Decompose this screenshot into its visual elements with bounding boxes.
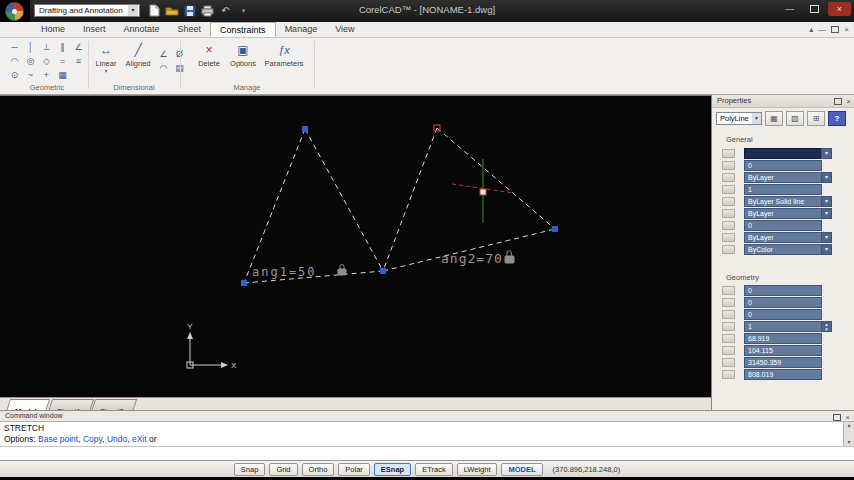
drawing-viewport[interactable]: ang1=50 ang2=70 Y X [0,96,711,398]
corelcad-logo-icon[interactable] [5,2,24,21]
smooth-constraint-icon[interactable]: ~ [23,69,38,82]
property-value[interactable]: 0 [744,220,822,231]
concentric-constraint-icon[interactable]: ◎ [23,55,38,68]
tab-constraints[interactable]: Constraints [210,22,276,37]
angular-dimension-icon[interactable]: ∠ [156,48,171,61]
parallel-constraint-icon[interactable]: ∥ [55,41,70,54]
lweight-toggle[interactable]: LWeight [457,463,498,476]
property-value[interactable]: 0 [744,309,822,320]
tab-manage[interactable]: Manage [276,22,327,37]
etrack-toggle[interactable]: ETrack [415,463,452,476]
property-value[interactable]: 0 [744,297,822,308]
chevron-down-icon[interactable]: ▾ [821,208,832,219]
option-copy[interactable]: Copy [83,434,102,444]
workspace-switcher[interactable]: Drafting and Annotation ▾ [34,4,140,17]
grip-vertex[interactable] [380,268,386,274]
polar-toggle[interactable]: Polar [338,463,370,476]
undo-icon[interactable]: ↶ [218,3,233,18]
equal-constraint-icon[interactable]: = [55,55,70,68]
close-document-icon[interactable]: × [844,24,849,35]
chevron-down-icon[interactable]: ▾ [821,232,832,243]
save-icon[interactable] [182,3,197,18]
fix-constraint-icon[interactable]: + [39,69,54,82]
vertical-constraint-icon[interactable]: │ [23,41,38,54]
chevron-down-icon[interactable]: ▾ [821,196,832,207]
grid-toggle[interactable]: Grid [269,463,297,476]
ortho-toggle[interactable]: Ortho [302,463,335,476]
property-value[interactable]: 1 [744,321,822,332]
chevron-down-icon[interactable]: ▾ [821,172,832,183]
minimize-window-icon[interactable]: — [778,2,801,16]
entity-type-combo[interactable]: PolyLine ▾ [716,112,762,125]
scroll-down-icon[interactable]: ▾ [847,439,850,446]
constraint-options-button[interactable]: ▣ Options [226,41,260,81]
property-value[interactable]: ByColor [744,244,822,255]
show-constraints-icon[interactable]: ▦ [55,69,70,82]
select-elements-icon[interactable]: ▦ [765,111,783,126]
perpendicular-constraint-icon[interactable]: ⊥ [39,41,54,54]
scroll-up-icon[interactable]: ▴ [847,422,850,429]
snap-toggle[interactable]: Snap [234,463,266,476]
restore-document-icon[interactable] [831,26,839,33]
chevron-down-icon[interactable]: ▾ [821,148,832,159]
grip-vertex[interactable] [552,226,558,232]
print-icon[interactable] [200,3,215,18]
property-value[interactable]: 1 [744,184,822,195]
property-value[interactable]: ByLayer [744,232,822,243]
restore-window-icon[interactable] [803,2,826,16]
angle-constraint-label-2[interactable]: ang2=70 [441,251,503,266]
tab-annotate[interactable]: Annotate [115,22,169,37]
minimize-ribbon-icon[interactable]: ▴ [809,24,813,35]
drawing-canvas[interactable]: ang1=50 ang2=70 Y X [0,95,711,397]
qat-dropdown-icon[interactable]: ▾ [236,3,251,18]
tab-view[interactable]: View [326,22,363,37]
open-folder-icon[interactable] [164,3,179,18]
angle-constraint-label-1[interactable]: ang1=50 [252,265,317,279]
delete-constraint-button[interactable]: × Delete [194,41,224,81]
property-value[interactable]: ByLayer [744,172,822,183]
linear-dimension-button[interactable]: ↔ Linear ▾ [92,41,120,81]
model-space-toggle[interactable]: MODEL [501,463,542,476]
select-all-icon[interactable]: ⊞ [807,111,825,126]
property-value[interactable]: ByLayer Solid line [744,196,822,207]
line-color-swatch[interactable] [744,148,822,159]
property-value[interactable]: ByLayer [744,208,822,219]
option-base-point[interactable]: Base point [38,434,78,444]
tab-sheet[interactable]: Sheet [169,22,211,37]
tab-home[interactable]: Home [32,22,74,37]
stepper-icon[interactable]: ▴ ▾ [821,321,832,332]
help-icon[interactable]: ? [828,111,846,126]
property-value[interactable]: 0 [744,160,822,171]
horizontal-constraint-icon[interactable]: ─ [7,41,22,54]
quick-select-icon[interactable]: ▧ [786,111,804,126]
grip-vertex[interactable] [241,280,247,286]
parameters-button[interactable]: ƒx Parameters [260,41,308,81]
symmetric-constraint-icon[interactable]: ◇ [39,55,54,68]
grip-vertex[interactable] [302,126,308,132]
property-value[interactable]: 31450.359 [744,357,822,368]
collinear-constraint-icon[interactable]: ≡ [71,55,86,68]
property-value[interactable]: 0 [744,285,822,296]
option-exit[interactable]: eXit [132,434,147,444]
coincident-constraint-icon[interactable]: ⊙ [7,69,22,82]
property-value[interactable]: 68.919 [744,333,822,344]
angle-constraint-icon[interactable]: ∠ [71,41,86,54]
float-panel-icon[interactable] [834,98,842,105]
close-panel-icon[interactable]: × [846,97,851,106]
chevron-down-icon[interactable]: ▾ [821,244,832,255]
tangent-constraint-icon[interactable]: ◠ [7,55,22,68]
float-panel-icon[interactable] [833,414,841,421]
property-value[interactable]: 104.115 [744,345,822,356]
property-value[interactable]: 808.019 [744,369,822,380]
close-window-icon[interactable]: × [828,2,851,16]
stretch-grip[interactable] [480,189,486,195]
command-scrollbar[interactable]: ▴ ▾ [843,421,854,446]
minimize-document-icon[interactable]: — [818,24,826,35]
aligned-dimension-button[interactable]: ╱ Aligned [122,41,154,81]
option-undo[interactable]: Undo [107,434,127,444]
radial-dimension-icon[interactable]: ◠ [156,62,171,75]
esnap-toggle[interactable]: ESnap [374,463,411,476]
new-file-icon[interactable] [146,3,161,18]
command-input-line[interactable]: Stretch point» [0,446,854,461]
tab-insert[interactable]: Insert [74,22,115,37]
